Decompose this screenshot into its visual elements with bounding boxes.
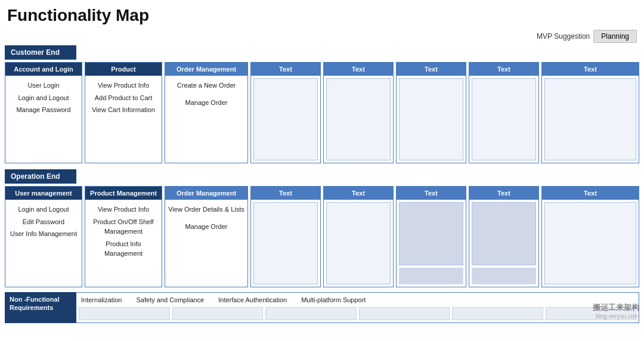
- page-title: Functionality Map: [0, 0, 644, 29]
- nonfunc-placeholder-5: [452, 307, 543, 320]
- col-text-o4-inner: [472, 202, 536, 265]
- col-order-mgmt-op-header: Order Management: [165, 187, 247, 200]
- col-text-o5-header: Text: [542, 187, 639, 200]
- col-text-c1: Text: [250, 62, 321, 163]
- col-text-c5-header: Text: [542, 63, 639, 76]
- non-functional-section: Non -Functional Requirements Internaliza…: [5, 292, 639, 323]
- list-item: View Product Info: [88, 79, 159, 92]
- list-item: View Order Details & Lists: [168, 203, 245, 216]
- col-text-c5-inner: [544, 78, 636, 160]
- nonfunc-placeholder-4: [359, 307, 450, 320]
- col-text-o1: Text: [250, 186, 321, 287]
- col-order-mgmt-op: Order Management View Order Details & Li…: [165, 186, 248, 287]
- nonfunc-item-4: Multi-platform Support: [296, 295, 375, 305]
- list-item: Add Product to Cart: [88, 92, 159, 104]
- list-item: Product On/Off Shelf Management: [88, 216, 159, 238]
- col-text-o2-inner: [326, 202, 391, 284]
- col-text-c4-header: Text: [469, 63, 538, 76]
- nonfunc-placeholder-3: [265, 307, 357, 320]
- list-item: Product Info Management: [88, 238, 159, 260]
- col-text-c4-inner: [472, 78, 536, 160]
- list-item: User Info Management: [8, 228, 79, 240]
- grey-sub-o3: [399, 268, 463, 284]
- col-text-c3-header: Text: [397, 63, 466, 76]
- col-text-c1-inner: [253, 78, 318, 160]
- col-text-c3-inner: [399, 78, 463, 160]
- list-item: Login and Logout: [8, 203, 79, 216]
- mvp-label: MVP Suggestion: [537, 32, 590, 41]
- col-text-o2-header: Text: [324, 187, 393, 200]
- nonfunc-item-1: Internalization: [76, 295, 132, 305]
- col-user-mgmt: User management Login and Logout Edit Pa…: [5, 186, 82, 287]
- col-product-header: Product: [85, 63, 162, 76]
- watermark-line1: 搬运工来架构: [593, 302, 639, 313]
- grey-sub-o4: [472, 268, 536, 284]
- col-text-o2: Text: [323, 186, 394, 287]
- list-item: View Product Info: [88, 203, 159, 216]
- col-text-o1-header: Text: [251, 187, 320, 200]
- nonfunc-placeholder-2: [172, 307, 264, 320]
- customer-columns-row: Account and Login User Login Login and L…: [5, 62, 639, 163]
- customer-end-section: Customer End Account and Login User Logi…: [5, 45, 639, 163]
- toolbar: MVP Suggestion Planning: [0, 29, 644, 45]
- col-text-o1-inner: [253, 202, 318, 284]
- non-functional-items: Internalization Safety and Compliance In…: [76, 293, 639, 307]
- col-text-c1-header: Text: [251, 63, 320, 76]
- planning-button[interactable]: Planning: [593, 30, 637, 43]
- list-item: Manage Order: [168, 221, 245, 233]
- list-item: Manage Order: [168, 97, 245, 109]
- col-text-o4: Text: [469, 186, 539, 287]
- customer-end-header: Customer End: [5, 45, 76, 60]
- operation-end-header: Operation End: [5, 169, 76, 184]
- operation-end-section: Operation End User management Login and …: [5, 169, 639, 287]
- col-text-o3: Text: [396, 186, 466, 287]
- nonfunc-placeholder-1: [79, 307, 170, 320]
- col-account-login: Account and Login User Login Login and L…: [5, 62, 82, 163]
- watermark-line2: blog.verysu.com: [593, 313, 639, 320]
- operation-columns-row: User management Login and Logout Edit Pa…: [5, 186, 639, 287]
- col-text-c2: Text: [323, 62, 394, 163]
- col-text-c4: Text: [469, 62, 539, 163]
- col-order-mgmt-customer-body: Create a New Order Manage Order: [165, 76, 247, 163]
- col-text-o3-inner: [399, 202, 463, 265]
- main-content: Customer End Account and Login User Logi…: [0, 45, 644, 323]
- col-product: Product View Product Info Add Product to…: [85, 62, 162, 163]
- list-item: Create a New Order: [168, 79, 245, 92]
- watermark: 搬运工来架构 blog.verysu.com: [593, 302, 639, 320]
- nonfunc-item-2: Safety and Compliance: [132, 295, 214, 305]
- nonfunc-placeholder-row: [76, 307, 639, 323]
- col-order-mgmt-op-body: View Order Details & Lists Manage Order: [165, 200, 247, 287]
- col-product-body: View Product Info Add Product to Cart Vi…: [85, 76, 162, 163]
- col-order-mgmt-customer: Order Management Create a New Order Mana…: [165, 62, 248, 163]
- col-text-o5: Text: [541, 186, 639, 287]
- col-text-o5-inner: [544, 202, 636, 284]
- col-text-c3: Text: [396, 62, 466, 163]
- col-user-mgmt-body: Login and Logout Edit Password User Info…: [5, 200, 82, 287]
- col-account-login-header: Account and Login: [5, 63, 82, 76]
- col-product-mgmt: Product Management View Product Info Pro…: [85, 186, 162, 287]
- col-account-login-body: User Login Login and Logout Manage Passw…: [5, 76, 82, 163]
- list-item: Login and Logout: [8, 92, 79, 104]
- col-text-c2-inner: [326, 78, 391, 160]
- col-text-c5: Text: [541, 62, 639, 163]
- nonfunc-item-3: Interface Authentication: [213, 295, 296, 305]
- non-functional-header: Non -Functional Requirements: [5, 292, 76, 323]
- col-user-mgmt-header: User management: [5, 187, 82, 200]
- col-product-mgmt-header: Product Management: [85, 187, 162, 200]
- page-wrapper: Functionality Map MVP Suggestion Plannin…: [0, 0, 644, 323]
- list-item: Edit Password: [8, 216, 79, 228]
- list-item: View Cart Information: [88, 104, 159, 116]
- col-text-o3-header: Text: [397, 187, 466, 200]
- col-text-c2-header: Text: [324, 63, 393, 76]
- col-product-mgmt-body: View Product Info Product On/Off Shelf M…: [85, 200, 162, 287]
- col-text-o4-header: Text: [469, 187, 538, 200]
- list-item: Manage Password: [8, 104, 79, 116]
- list-item: User Login: [8, 79, 79, 92]
- col-order-mgmt-customer-header: Order Management: [165, 63, 247, 76]
